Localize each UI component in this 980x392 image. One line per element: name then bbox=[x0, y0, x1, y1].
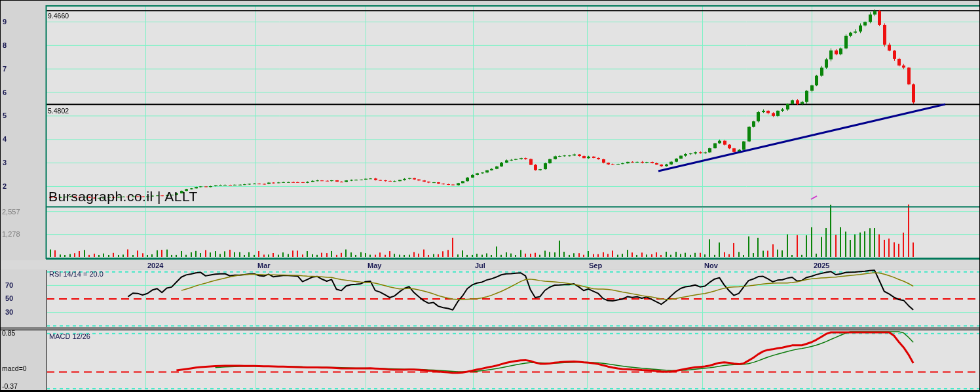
volume-axis-label: 1,278 bbox=[2, 230, 20, 238]
timeline-label: Sep bbox=[589, 262, 602, 269]
timeline-label: Jul bbox=[475, 262, 485, 269]
macd-title: MACD 12/26 bbox=[49, 332, 90, 340]
support-level-label: 5.4802 bbox=[48, 107, 69, 115]
price-axis-label: 3 bbox=[3, 159, 7, 167]
rsi-axis-label: 50 bbox=[5, 294, 13, 302]
price-axis-label: 4 bbox=[3, 135, 7, 143]
high-level-label: 9.4660 bbox=[48, 12, 69, 20]
price-axis-label: 6 bbox=[3, 88, 7, 96]
timeline-label: 2024 bbox=[147, 262, 163, 269]
rsi-axis-label: 70 bbox=[5, 281, 13, 289]
timeline-label: 2025 bbox=[814, 262, 829, 269]
timeline-label: May bbox=[368, 262, 381, 269]
price-axis-label: 9 bbox=[3, 18, 7, 26]
price-axis-label: 7 bbox=[3, 65, 7, 73]
price-axis-label: 2 bbox=[3, 182, 7, 190]
macd-zero-label: macd=0 bbox=[2, 364, 27, 372]
chart-window: 9 8 7 6 5 4 3 2 9.4660 5.4802 Bursagraph… bbox=[0, 0, 980, 392]
macd-min-label: -0.37 bbox=[2, 382, 18, 390]
rsi-title: RSI 14/14 = 20.0 bbox=[49, 270, 104, 278]
rsi-axis-label: 30 bbox=[5, 308, 13, 316]
timeline-label: Mar bbox=[257, 262, 271, 269]
macd-max-label: 0.85 bbox=[2, 329, 15, 337]
price-axis-label: 8 bbox=[3, 41, 7, 49]
price-axis-label: 5 bbox=[3, 111, 7, 119]
volume-axis-label: 2,557 bbox=[2, 208, 20, 216]
timeline-label: Nov bbox=[704, 262, 718, 269]
watermark-text: Bursagraph.co.il | ALLT bbox=[48, 189, 198, 205]
